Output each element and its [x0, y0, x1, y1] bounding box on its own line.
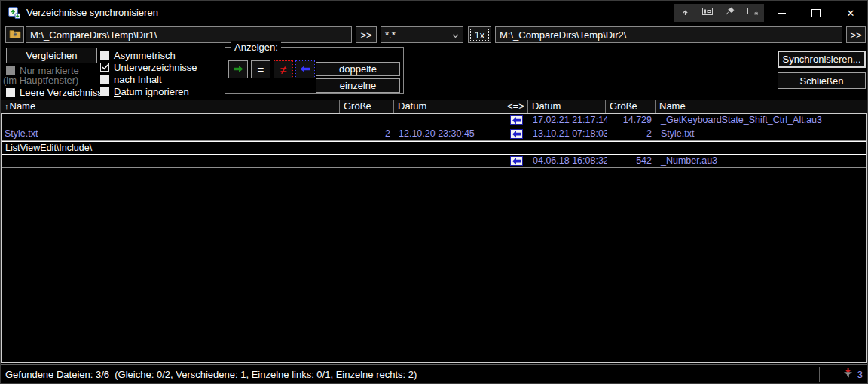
- close-button[interactable]: ✕: [833, 1, 868, 25]
- right-go-button[interactable]: >>: [846, 26, 866, 43]
- table-row[interactable]: Style.txt 2 12.10.20 23:30:45 13.10.21 0…: [2, 127, 866, 141]
- minimize-button[interactable]: [764, 1, 799, 25]
- statusbar-separator: [819, 367, 820, 382]
- window-title: Verzeichnisse synchronisieren: [26, 7, 158, 18]
- list-header: ↑Name Größe Datum <=> Datum Größe Name: [1, 100, 867, 113]
- header-size-left[interactable]: Größe: [340, 100, 394, 113]
- table-row[interactable]: 17.02.21 21:17:14 14.729 _GetKeyboardSta…: [2, 114, 866, 127]
- swap-1x-button[interactable]: 1x: [468, 26, 491, 43]
- checkbox-asymmetric[interactable]: Asymmetrisch: [100, 50, 176, 60]
- close-panel-button[interactable]: [741, 4, 764, 22]
- green-right-arrow-icon: [233, 64, 243, 75]
- app-icon: [8, 7, 20, 22]
- rollup-icon: [680, 6, 691, 20]
- chevron-down-icon: [452, 29, 459, 41]
- checkbox-ignore-date[interactable]: Datum ignorieren: [100, 86, 189, 97]
- checkbox-by-content[interactable]: nach Inhalt: [100, 74, 162, 84]
- filter-combobox[interactable]: *.*: [381, 26, 463, 43]
- only-marked-checkbox-box: [6, 66, 15, 75]
- show-different-button[interactable]: ≠: [274, 60, 293, 78]
- header-size-right[interactable]: Größe: [606, 100, 656, 113]
- window-x-icon: [747, 6, 759, 20]
- filter-icon[interactable]: [842, 368, 854, 380]
- pin-window-button[interactable]: [719, 4, 741, 22]
- window-panel-icon: [701, 6, 714, 20]
- maximize-icon: [811, 9, 821, 17]
- file-list: 17.02.21 21:17:14 14.729 _GetKeyboardSta…: [1, 113, 867, 363]
- checkbox-subdirs[interactable]: Unterverzeichnisse: [100, 62, 197, 72]
- titlebar[interactable]: Verzeichnisse synchronisieren: [1, 1, 867, 25]
- compare-button[interactable]: Vergleichen: [6, 48, 97, 63]
- left-go-button[interactable]: >>: [356, 26, 377, 43]
- titlebar-tool-strip: [674, 4, 764, 22]
- checkbox-empty-dirs[interactable]: Leere Verzeichnisse: [6, 87, 108, 97]
- folder-icon: [9, 29, 21, 41]
- filter-count: 3: [857, 369, 863, 380]
- filter-value: *.*: [385, 29, 396, 41]
- show-groupbox: Anzeigen: = ≠ doppelte einzelne: [225, 47, 404, 94]
- copy-left-arrow-icon[interactable]: [510, 129, 523, 139]
- directory-group-row[interactable]: ListViewEdit\Include\: [2, 141, 866, 155]
- show-newer-right-button[interactable]: [295, 60, 315, 78]
- header-name-left[interactable]: ↑Name: [1, 100, 340, 113]
- ignore-date-label: Datum ignorieren: [114, 86, 189, 97]
- status-bar: Gefundene Dateien: 3/6 (Gleiche: 0/2, Ve…: [1, 364, 867, 383]
- header-date-right[interactable]: Datum: [528, 100, 606, 113]
- maximize-button[interactable]: [799, 1, 833, 25]
- show-doubles-button[interactable]: doppelte: [316, 62, 400, 76]
- copy-left-arrow-icon[interactable]: [510, 115, 523, 125]
- show-newer-left-button[interactable]: [228, 60, 248, 78]
- show-singles-button[interactable]: einzelne: [316, 78, 400, 93]
- blue-left-arrow-icon: [300, 64, 310, 75]
- ignore-date-checkbox-box: [100, 87, 109, 96]
- empty-dirs-checkbox-box: [6, 88, 15, 97]
- right-path-input[interactable]: [495, 26, 842, 43]
- header-date-left[interactable]: Datum: [394, 100, 503, 113]
- path-row: >> *.* 1x >>: [1, 25, 867, 45]
- show-equal-button[interactable]: =: [251, 60, 270, 78]
- pin-icon: [725, 6, 735, 20]
- subdirs-checkbox-box: [100, 63, 109, 72]
- by-content-label: nach Inhalt: [114, 74, 162, 85]
- close-dialog-button[interactable]: Schließen: [778, 72, 866, 89]
- status-summary: Gefundene Dateien: 3/6 (Gleiche: 0/2, Ve…: [5, 369, 417, 380]
- checkbox-only-marked[interactable]: Nur markierte: [6, 65, 79, 75]
- only-marked-note: (im Hauptfenster): [3, 75, 78, 86]
- rollup-window-button[interactable]: [674, 4, 696, 22]
- sync-directories-window: Verzeichnisse synchronisieren: [0, 0, 868, 384]
- empty-dirs-label: Leere Verzeichnisse: [20, 87, 108, 98]
- subdirs-label: Unterverzeichnisse: [114, 62, 197, 73]
- browse-folder-button[interactable]: [5, 26, 24, 43]
- left-path-input[interactable]: [26, 26, 352, 43]
- header-direction[interactable]: <=>: [503, 100, 528, 113]
- by-content-checkbox-box: [100, 75, 109, 84]
- minimize-icon: [778, 13, 786, 14]
- synchronize-button[interactable]: Synchronisieren...: [778, 51, 866, 68]
- close-icon: ✕: [847, 8, 855, 18]
- panel-window-button[interactable]: [696, 4, 719, 22]
- sort-up-icon: ↑: [5, 102, 9, 111]
- asymmetric-checkbox-box: [100, 51, 109, 60]
- controls-panel: Vergleichen Nur markierte (im Hauptfenst…: [1, 45, 867, 100]
- table-row[interactable]: 04.06.18 16:08:32 542 _Number.au3: [2, 155, 866, 168]
- copy-left-arrow-icon[interactable]: [510, 156, 523, 166]
- show-groupbox-label: Anzeigen:: [231, 41, 281, 53]
- header-name-right[interactable]: Name: [656, 100, 867, 113]
- asymmetric-label: Asymmetrisch: [114, 50, 176, 61]
